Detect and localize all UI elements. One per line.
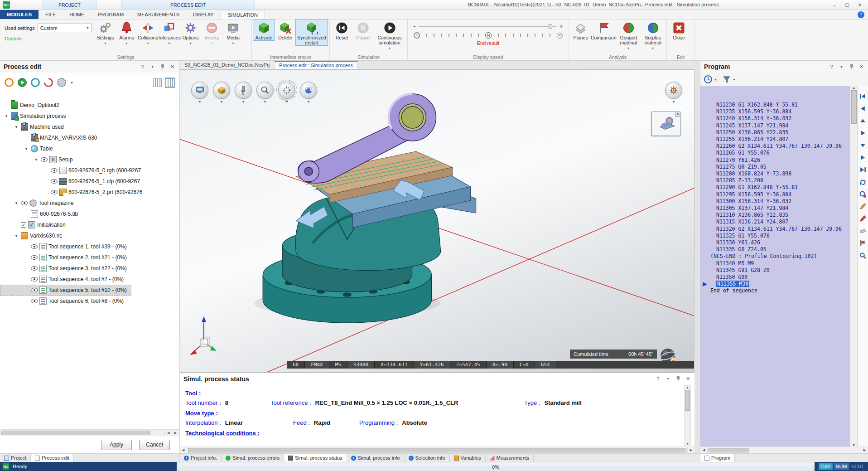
simulation-viewport[interactable]: ▾▾▾▾▾▾ ▾ ✕ Cumulated time 00h 45' 45" G0… <box>180 69 694 373</box>
options-button[interactable]: Options▼ <box>180 19 201 46</box>
chevron-down-icon[interactable]: ▾ <box>199 100 201 104</box>
tree-item[interactable]: Tool sequence 4, tool #7 - (0%) <box>0 274 179 285</box>
program-vscrollbar[interactable]: ▲ ▼ <box>850 86 857 447</box>
scrollbar-thumb[interactable] <box>1 431 150 435</box>
chevron-down-icon[interactable]: ▼ <box>168 41 171 46</box>
code-line[interactable]: N11290 G1 X162.848 Y-55.81 <box>710 184 850 191</box>
code-line[interactable]: N11255 X136.214 Y24.807 <box>710 136 850 143</box>
tree-item[interactable]: ✓Initialisation <box>0 219 179 230</box>
program-code[interactable]: N11230 G1 X162.848 Y-55.81N11235 X156.59… <box>700 86 850 447</box>
eye-icon[interactable] <box>51 168 58 173</box>
sn-last-icon[interactable] <box>859 166 867 174</box>
tree-item[interactable]: 600-92676-5_2.prt (600-92676 <box>0 187 179 198</box>
dock-tab-project-info-[interactable]: Project info. <box>180 454 222 462</box>
dock-tab-measurements[interactable]: Measurements <box>486 454 534 462</box>
vt-view-button[interactable]: ▾ <box>191 82 208 104</box>
tree-item[interactable]: Tool sequence 2, tool #21 - (0%) <box>0 252 179 263</box>
close-icon[interactable]: ✕ <box>169 64 175 70</box>
code-line[interactable]: N11235 X156.595 Y-36.884 <box>710 108 850 115</box>
tree-item[interactable]: 600-92676-5_0.rgh (600-9267 <box>0 165 179 176</box>
vt-stock-button[interactable]: ▾ <box>213 82 230 104</box>
synchronized-restart-button[interactable]: Synchronized restart <box>296 19 328 45</box>
eye-icon[interactable] <box>31 277 38 282</box>
close-button[interactable]: Close <box>668 19 690 40</box>
tree-expander-icon[interactable]: ▾ <box>24 146 29 151</box>
document-tab[interactable]: Process edit : Simulation process <box>275 61 358 69</box>
chevron-down-icon[interactable]: ▼ <box>714 78 717 81</box>
speed-normal-marker[interactable]: N <box>485 32 492 39</box>
scrollbar-thumb[interactable] <box>188 448 686 452</box>
reset-button[interactable]: Reset <box>331 19 352 40</box>
context-tab-process-edit[interactable]: PROCESS EDIT <box>121 0 255 10</box>
sn-next-icon[interactable] <box>859 154 867 161</box>
code-line[interactable]: N11245 X137.147 Y21.984 <box>710 122 850 129</box>
tree-item[interactable]: Tool sequence 5, tool #10 - (0%) <box>0 285 131 296</box>
stop-process-icon[interactable] <box>42 76 55 89</box>
eye-icon[interactable] <box>31 244 38 249</box>
scroll-left-icon[interactable]: ◀ <box>700 447 708 453</box>
tree-item[interactable]: ▾Tool magazine <box>0 198 179 209</box>
speed-off-icon[interactable]: ✕ <box>557 33 563 39</box>
delete-button[interactable]: Delete <box>275 19 296 40</box>
refresh-process-icon[interactable] <box>31 78 40 87</box>
detail-view-button[interactable] <box>166 78 174 87</box>
dock-tab-selection-info[interactable]: Selection info <box>405 454 450 462</box>
code-line[interactable]: N11240 X156.314 Y-36.032 <box>710 115 850 122</box>
speed-plus-button[interactable]: + <box>559 23 563 29</box>
checkbox-checked[interactable]: ✓ <box>21 222 26 228</box>
chevron-down-icon[interactable]: ▾ <box>286 100 288 104</box>
code-line-current[interactable]: N11355 M30 <box>710 281 850 287</box>
media-button[interactable]: Media▼ <box>222 19 244 46</box>
time-mode-icon[interactable] <box>704 75 713 84</box>
filter-icon[interactable] <box>722 75 731 84</box>
code-line[interactable]: N11315 X136.214 Y24.807 <box>710 219 850 225</box>
pin-icon[interactable] <box>159 64 165 70</box>
scroll-up-icon[interactable]: ▲ <box>852 86 855 89</box>
tree-item[interactable]: ▾Machine used <box>0 121 179 132</box>
surplus-material-button[interactable]: Surplus material▼ <box>641 19 665 51</box>
code-line[interactable]: N11260 G2 X134.611 Y34.767 I30.147 J9.96 <box>710 143 850 150</box>
chevron-down-icon[interactable]: ▼ <box>651 46 655 51</box>
chevron-down-icon[interactable]: ▼ <box>210 41 213 46</box>
tree-item[interactable]: Tool sequence 6, tool #8 - (0%) <box>0 296 179 306</box>
vt-target-button[interactable]: ▾ <box>278 82 295 104</box>
dock-tab-variables[interactable]: Variables <box>450 454 486 462</box>
code-line[interactable]: N11230 G1 X162.848 Y-55.81 <box>710 102 850 108</box>
tree-hscrollbar[interactable]: ◀ ▶ <box>0 429 179 436</box>
code-line[interactable]: N11325 G1 Y55.076 <box>710 233 850 239</box>
reset-process-icon[interactable] <box>5 78 14 87</box>
collisions-button[interactable]: Collisions▼ <box>137 19 159 46</box>
status-hscrollbar[interactable]: ◀ ▶ <box>180 447 694 453</box>
tree-item[interactable]: Demo_Optitool2 <box>0 100 179 111</box>
code-line[interactable]: (NCS-END : Profile Contouring.102) <box>710 253 850 260</box>
status-vscrollbar[interactable]: ▲ ▼ <box>684 385 691 446</box>
vt-tool-icon[interactable] <box>235 82 252 99</box>
ribbon-tab-modules[interactable]: MODULES <box>0 10 39 19</box>
tree-item[interactable]: Tool sequence 3, tool #22 - (0%) <box>0 263 179 274</box>
dock-tab-project[interactable]: Project <box>0 454 31 462</box>
code-line[interactable]: N11265 G1 Y55.076 <box>710 150 850 156</box>
eye-icon[interactable] <box>31 299 38 303</box>
activate-button[interactable]: Activate <box>253 19 275 40</box>
close-icon[interactable]: ✕ <box>675 112 680 117</box>
chevron-down-icon[interactable]: ▼ <box>146 41 149 46</box>
eye-icon[interactable] <box>51 179 58 184</box>
chevron-down-icon[interactable]: ▾ <box>264 100 266 104</box>
sn-down-icon[interactable] <box>859 141 867 149</box>
code-line[interactable]: N11300 X156.314 Y-36.032 <box>710 198 850 205</box>
sn-flag-icon[interactable] <box>859 239 867 247</box>
continuous-simulation-button[interactable]: Continuous simulation▼ <box>374 19 405 51</box>
eye-icon[interactable] <box>21 201 28 205</box>
list-view-button[interactable] <box>153 78 162 87</box>
pin-icon[interactable] <box>849 64 854 70</box>
sn-pencil2-icon[interactable] <box>859 215 867 223</box>
tree-item[interactable]: ▾Simulation process <box>0 111 179 121</box>
scrollbar-thumb[interactable] <box>685 390 690 411</box>
dock-tab-simul-process-errors[interactable]: Simul. process errors <box>222 454 284 462</box>
code-line[interactable]: N11305 X137.147 Y21.984 <box>710 205 850 212</box>
tree-item[interactable]: ▾Setup <box>0 154 179 165</box>
scrollbar-thumb[interactable] <box>851 90 857 124</box>
chevron-down-icon[interactable]: ▾ <box>308 100 309 104</box>
tree-expander-icon[interactable]: ▾ <box>4 114 9 118</box>
sn-eraser-icon[interactable] <box>859 227 867 235</box>
